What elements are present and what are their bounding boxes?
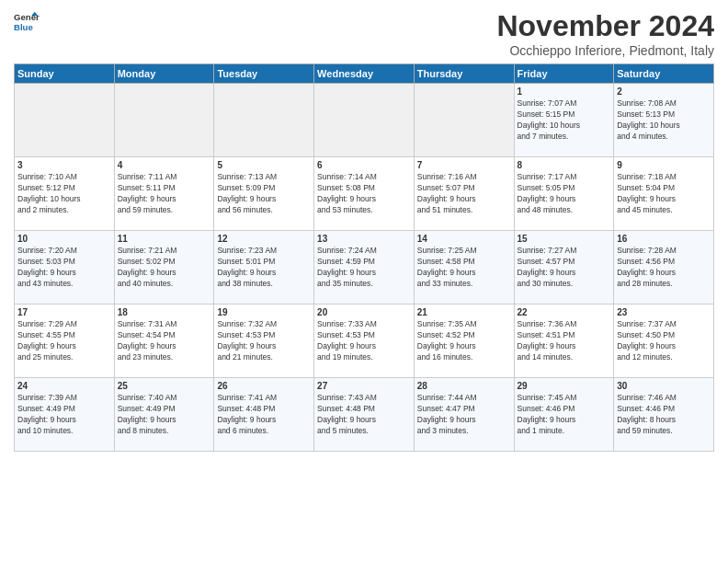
calendar-cell-w2d0: 10Sunrise: 7:20 AM Sunset: 5:03 PM Dayli… xyxy=(15,231,115,304)
day-number: 16 xyxy=(617,234,711,244)
calendar-table: SundayMondayTuesdayWednesdayThursdayFrid… xyxy=(14,63,714,452)
day-number: 20 xyxy=(317,307,411,317)
day-number: 30 xyxy=(617,381,711,391)
day-number: 2 xyxy=(617,86,711,97)
calendar-cell-w4d0: 24Sunrise: 7:39 AM Sunset: 4:49 PM Dayli… xyxy=(15,378,115,452)
day-number: 11 xyxy=(118,234,211,244)
logo: General Blue xyxy=(14,9,40,35)
calendar-cell-w0d3 xyxy=(314,84,415,157)
day-info: Sunrise: 7:45 AM Sunset: 4:46 PM Dayligh… xyxy=(518,393,611,437)
day-number: 18 xyxy=(118,307,211,317)
location: Occhieppo Inferiore, Piedmont, Italy xyxy=(496,43,714,58)
day-info: Sunrise: 7:17 AM Sunset: 5:05 PM Dayligh… xyxy=(518,172,611,216)
day-number: 29 xyxy=(518,381,611,391)
calendar-cell-w4d3: 27Sunrise: 7:43 AM Sunset: 4:48 PM Dayli… xyxy=(314,378,415,452)
weekday-header-monday: Monday xyxy=(114,64,214,84)
day-info: Sunrise: 7:37 AM Sunset: 4:50 PM Dayligh… xyxy=(617,319,711,363)
day-number: 4 xyxy=(118,160,211,170)
day-number: 8 xyxy=(518,160,611,170)
day-info: Sunrise: 7:44 AM Sunset: 4:47 PM Dayligh… xyxy=(417,393,511,437)
day-number: 12 xyxy=(217,234,311,244)
day-info: Sunrise: 7:27 AM Sunset: 4:57 PM Dayligh… xyxy=(518,246,611,290)
calendar-cell-w0d4 xyxy=(414,84,514,157)
day-number: 17 xyxy=(17,307,111,317)
calendar-cell-w0d0 xyxy=(15,84,115,157)
day-info: Sunrise: 7:10 AM Sunset: 5:12 PM Dayligh… xyxy=(17,172,111,216)
calendar-cell-w2d5: 15Sunrise: 7:27 AM Sunset: 4:57 PM Dayli… xyxy=(514,231,614,304)
calendar-cell-w3d1: 18Sunrise: 7:31 AM Sunset: 4:54 PM Dayli… xyxy=(114,304,214,378)
day-number: 10 xyxy=(17,234,111,244)
day-number: 14 xyxy=(417,234,511,244)
day-info: Sunrise: 7:46 AM Sunset: 4:46 PM Dayligh… xyxy=(617,393,711,437)
calendar-cell-w3d2: 19Sunrise: 7:32 AM Sunset: 4:53 PM Dayli… xyxy=(214,304,314,378)
svg-text:Blue: Blue xyxy=(14,22,33,32)
calendar-cell-w4d5: 29Sunrise: 7:45 AM Sunset: 4:46 PM Dayli… xyxy=(514,378,614,452)
day-number: 9 xyxy=(617,160,711,170)
calendar-cell-w1d4: 7Sunrise: 7:16 AM Sunset: 5:07 PM Daylig… xyxy=(414,157,514,231)
weekday-header-thursday: Thursday xyxy=(414,64,514,84)
calendar-cell-w2d6: 16Sunrise: 7:28 AM Sunset: 4:56 PM Dayli… xyxy=(614,231,714,304)
weekday-header-sunday: Sunday xyxy=(15,64,115,84)
day-info: Sunrise: 7:36 AM Sunset: 4:51 PM Dayligh… xyxy=(518,319,611,363)
weekday-header-tuesday: Tuesday xyxy=(214,64,314,84)
day-info: Sunrise: 7:35 AM Sunset: 4:52 PM Dayligh… xyxy=(417,319,511,363)
month-title: November 2024 xyxy=(496,9,714,43)
day-number: 6 xyxy=(317,160,411,170)
calendar-cell-w4d2: 26Sunrise: 7:41 AM Sunset: 4:48 PM Dayli… xyxy=(214,378,314,452)
calendar-cell-w3d4: 21Sunrise: 7:35 AM Sunset: 4:52 PM Dayli… xyxy=(414,304,514,378)
calendar-cell-w2d2: 12Sunrise: 7:23 AM Sunset: 5:01 PM Dayli… xyxy=(214,231,314,304)
calendar-cell-w4d1: 25Sunrise: 7:40 AM Sunset: 4:49 PM Dayli… xyxy=(114,378,214,452)
day-info: Sunrise: 7:16 AM Sunset: 5:07 PM Dayligh… xyxy=(417,172,511,216)
logo-icon: General Blue xyxy=(14,9,40,35)
calendar-cell-w3d3: 20Sunrise: 7:33 AM Sunset: 4:53 PM Dayli… xyxy=(314,304,415,378)
calendar-cell-w1d1: 4Sunrise: 7:11 AM Sunset: 5:11 PM Daylig… xyxy=(114,157,214,231)
day-info: Sunrise: 7:21 AM Sunset: 5:02 PM Dayligh… xyxy=(118,246,211,290)
calendar-cell-w1d6: 9Sunrise: 7:18 AM Sunset: 5:04 PM Daylig… xyxy=(614,157,714,231)
day-number: 26 xyxy=(217,381,311,391)
calendar-cell-w4d4: 28Sunrise: 7:44 AM Sunset: 4:47 PM Dayli… xyxy=(414,378,514,452)
day-number: 7 xyxy=(417,160,511,170)
weekday-header-wednesday: Wednesday xyxy=(314,64,415,84)
calendar-cell-w3d0: 17Sunrise: 7:29 AM Sunset: 4:55 PM Dayli… xyxy=(15,304,115,378)
day-info: Sunrise: 7:08 AM Sunset: 5:13 PM Dayligh… xyxy=(617,98,711,143)
calendar-cell-w1d5: 8Sunrise: 7:17 AM Sunset: 5:05 PM Daylig… xyxy=(514,157,614,231)
day-info: Sunrise: 7:41 AM Sunset: 4:48 PM Dayligh… xyxy=(217,393,311,437)
day-info: Sunrise: 7:33 AM Sunset: 4:53 PM Dayligh… xyxy=(317,319,411,363)
day-info: Sunrise: 7:14 AM Sunset: 5:08 PM Dayligh… xyxy=(317,172,411,216)
day-info: Sunrise: 7:40 AM Sunset: 4:49 PM Dayligh… xyxy=(118,393,211,437)
day-number: 27 xyxy=(317,381,411,391)
day-info: Sunrise: 7:32 AM Sunset: 4:53 PM Dayligh… xyxy=(217,319,311,363)
day-number: 28 xyxy=(417,381,511,391)
day-number: 15 xyxy=(518,234,611,244)
day-info: Sunrise: 7:24 AM Sunset: 4:59 PM Dayligh… xyxy=(317,246,411,290)
day-info: Sunrise: 7:20 AM Sunset: 5:03 PM Dayligh… xyxy=(17,246,111,290)
weekday-header-friday: Friday xyxy=(514,64,614,84)
day-info: Sunrise: 7:25 AM Sunset: 4:58 PM Dayligh… xyxy=(417,246,511,290)
calendar-cell-w1d0: 3Sunrise: 7:10 AM Sunset: 5:12 PM Daylig… xyxy=(15,157,115,231)
weekday-header-saturday: Saturday xyxy=(614,64,714,84)
day-number: 5 xyxy=(217,160,311,170)
day-info: Sunrise: 7:28 AM Sunset: 4:56 PM Dayligh… xyxy=(617,246,711,290)
day-info: Sunrise: 7:31 AM Sunset: 4:54 PM Dayligh… xyxy=(118,319,211,363)
calendar-cell-w0d5: 1Sunrise: 7:07 AM Sunset: 5:15 PM Daylig… xyxy=(514,84,614,157)
calendar-cell-w1d3: 6Sunrise: 7:14 AM Sunset: 5:08 PM Daylig… xyxy=(314,157,415,231)
day-info: Sunrise: 7:18 AM Sunset: 5:04 PM Dayligh… xyxy=(617,172,711,216)
calendar-cell-w1d2: 5Sunrise: 7:13 AM Sunset: 5:09 PM Daylig… xyxy=(214,157,314,231)
day-info: Sunrise: 7:07 AM Sunset: 5:15 PM Dayligh… xyxy=(518,98,611,143)
calendar-cell-w2d4: 14Sunrise: 7:25 AM Sunset: 4:58 PM Dayli… xyxy=(414,231,514,304)
calendar-cell-w0d2 xyxy=(214,84,314,157)
day-number: 24 xyxy=(17,381,111,391)
title-block: November 2024 Occhieppo Inferiore, Piedm… xyxy=(496,9,714,58)
day-info: Sunrise: 7:29 AM Sunset: 4:55 PM Dayligh… xyxy=(17,319,111,363)
day-number: 1 xyxy=(518,86,611,97)
day-info: Sunrise: 7:43 AM Sunset: 4:48 PM Dayligh… xyxy=(317,393,411,437)
day-number: 25 xyxy=(118,381,211,391)
calendar-cell-w2d3: 13Sunrise: 7:24 AM Sunset: 4:59 PM Dayli… xyxy=(314,231,415,304)
day-info: Sunrise: 7:39 AM Sunset: 4:49 PM Dayligh… xyxy=(17,393,111,437)
day-info: Sunrise: 7:11 AM Sunset: 5:11 PM Dayligh… xyxy=(118,172,211,216)
day-info: Sunrise: 7:23 AM Sunset: 5:01 PM Dayligh… xyxy=(217,246,311,290)
day-number: 23 xyxy=(617,307,711,317)
calendar-cell-w0d1 xyxy=(114,84,214,157)
day-number: 22 xyxy=(518,307,611,317)
calendar-cell-w2d1: 11Sunrise: 7:21 AM Sunset: 5:02 PM Dayli… xyxy=(114,231,214,304)
